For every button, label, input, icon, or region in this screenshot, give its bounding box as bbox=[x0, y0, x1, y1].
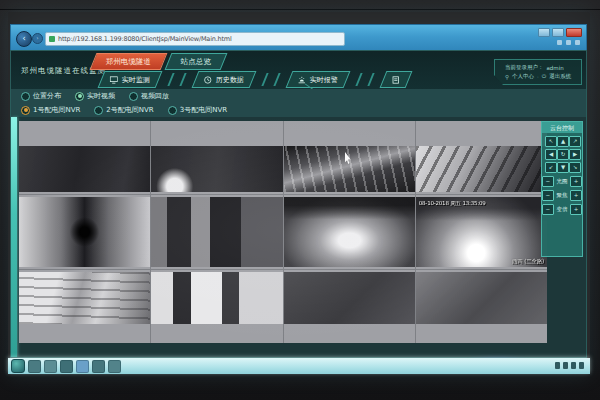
camera-tile[interactable] bbox=[416, 270, 547, 343]
logout-link[interactable]: 退出系统 bbox=[549, 73, 571, 80]
taskbar-app-icon[interactable] bbox=[44, 360, 57, 373]
alarm-light-icon bbox=[298, 75, 306, 83]
button-label: 实时报警 bbox=[310, 74, 338, 84]
camera-feed bbox=[151, 272, 282, 324]
camera-feed bbox=[284, 146, 415, 192]
focus-minus-button[interactable]: − bbox=[542, 190, 554, 201]
zoom-plus-button[interactable]: + bbox=[570, 204, 582, 215]
filter-bar: 位置分布 实时视频 视频回放 1号配电间NVR 2号配电间N bbox=[11, 89, 586, 118]
back-button[interactable]: ‹ bbox=[16, 31, 32, 47]
camera-tile[interactable] bbox=[151, 270, 282, 343]
pan-down-button[interactable]: ▼ bbox=[557, 162, 569, 173]
camera-feed bbox=[151, 146, 282, 192]
pan-up-button[interactable]: ▲ bbox=[557, 136, 569, 147]
zoom-label: 变倍 bbox=[556, 206, 569, 213]
monitor-screen: ‹ › http://192.168.1.199:8080/ClientJsp/… bbox=[8, 12, 590, 374]
home-icon[interactable] bbox=[566, 40, 571, 45]
window-controls bbox=[538, 28, 582, 37]
settings-icon[interactable] bbox=[575, 40, 580, 45]
pan-down-left-button[interactable]: ↙ bbox=[545, 162, 557, 173]
radio-nvr-2[interactable]: 2号配电间NVR bbox=[94, 105, 153, 115]
iris-plus-button[interactable]: + bbox=[570, 176, 582, 187]
camera-tile[interactable]: 08-10-2018 周五 13:35:09 西四 (三全路) bbox=[416, 195, 547, 268]
pan-down-right-button[interactable]: ↘ bbox=[569, 162, 581, 173]
camera-feed bbox=[151, 197, 282, 266]
favorites-icon[interactable] bbox=[557, 40, 562, 45]
tray-icon[interactable] bbox=[571, 362, 576, 369]
tab-cable-tunnel[interactable]: 郑州电缆隧道 bbox=[90, 53, 168, 70]
camera-tile[interactable] bbox=[151, 121, 282, 194]
maximize-button[interactable] bbox=[552, 28, 564, 37]
radio-label: 位置分布 bbox=[33, 91, 61, 101]
button-label: 实时监测 bbox=[122, 74, 150, 84]
camera-tile[interactable] bbox=[284, 270, 415, 343]
divider: · bbox=[537, 74, 539, 80]
toolbar-divider bbox=[261, 73, 280, 86]
camera-feed bbox=[19, 197, 150, 266]
iris-minus-button[interactable]: − bbox=[542, 176, 554, 187]
pan-left-button[interactable]: ◀ bbox=[545, 149, 557, 160]
url-text[interactable]: http://192.168.1.199:8080/ClientJsp/Main… bbox=[58, 35, 232, 43]
tray-icon[interactable] bbox=[579, 362, 584, 369]
tray-icon[interactable] bbox=[563, 362, 568, 369]
tab-label: 站点总览 bbox=[181, 57, 211, 67]
tray-icon[interactable] bbox=[555, 362, 560, 369]
focus-control-row: − 聚焦 + bbox=[542, 190, 582, 201]
camera-feed bbox=[19, 146, 150, 192]
realtime-monitor-button[interactable]: 实时监测 bbox=[98, 71, 163, 88]
camera-feed bbox=[19, 272, 150, 324]
camera-tile[interactable] bbox=[19, 270, 150, 343]
pan-up-left-button[interactable]: ↖ bbox=[545, 136, 557, 147]
main-tabs: 郑州电缆隧道 站点总览 bbox=[93, 53, 224, 68]
radio-label: 2号配电间NVR bbox=[106, 105, 153, 115]
monitor-icon bbox=[110, 75, 118, 83]
person-icon: ⚲ bbox=[505, 74, 509, 80]
focus-label: 聚焦 bbox=[556, 192, 569, 199]
taskbar-app-icon[interactable] bbox=[108, 360, 121, 373]
radio-nvr-1[interactable]: 1号配电间NVR bbox=[21, 105, 80, 115]
forward-button[interactable]: › bbox=[32, 33, 43, 44]
taskbar-app-icon[interactable] bbox=[28, 360, 41, 373]
site-favicon bbox=[49, 36, 55, 42]
camera-feed bbox=[416, 146, 547, 192]
browser-chrome: ‹ › http://192.168.1.199:8080/ClientJsp/… bbox=[10, 24, 587, 51]
camera-tile[interactable] bbox=[416, 121, 547, 194]
pan-up-right-button[interactable]: ↗ bbox=[569, 136, 581, 147]
tab-site-overview[interactable]: 站点总览 bbox=[165, 53, 228, 70]
camera-feed bbox=[416, 272, 547, 324]
pan-right-button[interactable]: ▶ bbox=[569, 149, 581, 160]
app-header: 郑州电缆隧道在线监测 郑州电缆隧道 站点总览 实时监测 bbox=[11, 51, 586, 90]
ptz-dpad: ↖ ▲ ↗ ◀ ↻ ▶ ↙ ▼ ↘ bbox=[542, 136, 582, 173]
login-user-line: 当前登录用户： admin bbox=[505, 64, 581, 71]
address-bar[interactable]: http://192.168.1.199:8080/ClientJsp/Main… bbox=[45, 32, 345, 46]
close-button[interactable] bbox=[566, 28, 582, 37]
radio-video-playback[interactable]: 视频回放 bbox=[129, 91, 169, 101]
radio-nvr-3[interactable]: 3号配电间NVR bbox=[168, 105, 227, 115]
profile-link[interactable]: 个人中心 bbox=[512, 73, 534, 80]
taskbar-app-icon[interactable] bbox=[60, 360, 73, 373]
taskbar-app-icon[interactable] bbox=[92, 360, 105, 373]
camera-timestamp: 08-10-2018 周五 13:35:09 bbox=[419, 200, 486, 207]
taskbar-app-icon[interactable] bbox=[76, 360, 89, 373]
radio-live-video[interactable]: 实时视频 bbox=[75, 91, 115, 101]
minimize-button[interactable] bbox=[538, 28, 550, 37]
camera-tile[interactable] bbox=[151, 195, 282, 268]
monitoring-app: 郑州电缆隧道在线监测 郑州电缆隧道 站点总览 实时监测 bbox=[10, 50, 587, 358]
radio-location-map[interactable]: 位置分布 bbox=[21, 91, 61, 101]
focus-plus-button[interactable]: + bbox=[570, 190, 582, 201]
radio-label: 实时视频 bbox=[87, 91, 115, 101]
left-accent-strip bbox=[11, 117, 17, 357]
camera-tile[interactable] bbox=[19, 121, 150, 194]
zoom-control-row: − 变倍 + bbox=[542, 204, 582, 215]
browser-toolbar-icons bbox=[557, 40, 580, 45]
history-data-button[interactable]: 历史数据 bbox=[192, 71, 257, 88]
radio-dot bbox=[21, 106, 30, 115]
camera-tile[interactable] bbox=[19, 195, 150, 268]
main-content: 08-10-2018 周五 13:35:09 西四 (三全路) 云台控制 ↖ ▲… bbox=[11, 117, 586, 357]
camera-tile[interactable] bbox=[284, 195, 415, 268]
ptz-control-panel: 云台控制 ↖ ▲ ↗ ◀ ↻ ▶ ↙ ▼ ↘ − 光圈 + bbox=[541, 121, 583, 257]
zoom-minus-button[interactable]: − bbox=[542, 204, 554, 215]
radio-label: 3号配电间NVR bbox=[180, 105, 227, 115]
auto-scan-button[interactable]: ↻ bbox=[557, 149, 569, 160]
start-button[interactable] bbox=[11, 359, 25, 373]
